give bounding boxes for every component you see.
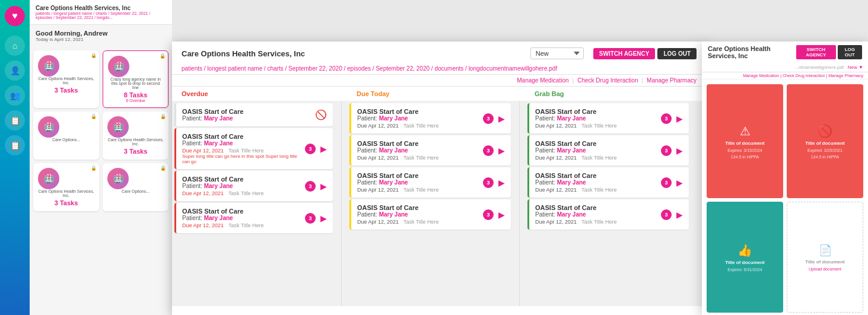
document-card-warning[interactable]: ⚠ Title of document Expires: 3/15/2024 1… <box>707 84 783 198</box>
lock-icon-4: 🔒 <box>160 114 166 119</box>
task-card[interactable]: OASIS Start of Care Patient: Mary Jane D… <box>349 103 511 133</box>
task-patient: Patient: Mary Jane <box>535 147 661 154</box>
task-badge: 3 <box>305 181 316 192</box>
task-patient: Patient: Mary Jane <box>357 147 483 154</box>
mobile-date: Today is April 12, 2021 <box>36 37 166 42</box>
task-badge: 3 <box>305 144 316 154</box>
task-card[interactable]: OASIS Start of Care Patient: Mary Jane D… <box>527 199 689 230</box>
sidebar-heart-icon[interactable]: ♥ <box>5 6 25 26</box>
task-card-right: 3 ▶ <box>483 177 505 188</box>
task-arrow-icon[interactable]: ▶ <box>320 144 327 154</box>
task-card[interactable]: OASIS Start of Care Patient: Mary Jane 🚫 <box>174 103 333 126</box>
mobile-card-5[interactable]: 🔒 🏥 Care Options Health Services, Inc. 3… <box>33 163 99 211</box>
task-meta: Due Apr 12, 2021 Task Title Here <box>535 219 661 225</box>
task-arrow-icon[interactable]: ▶ <box>498 146 505 155</box>
sidebar-group-icon[interactable]: 👥 <box>5 85 25 106</box>
mobile-card-4[interactable]: 🔒 🏥 Care Options Health Services, Inc. 3… <box>103 112 168 160</box>
task-card[interactable]: OASIS Start of Care Patient: Mary Jane D… <box>527 103 689 133</box>
task-arrow-icon[interactable]: ▶ <box>676 210 683 219</box>
task-card[interactable]: OASIS Start of Care Patient: Mary Jane D… <box>349 199 511 230</box>
document-card-upload[interactable]: 📄 Title of document Upload document <box>787 202 863 313</box>
task-card[interactable]: OASIS Start of Care Patient: Mary Jane D… <box>174 171 333 201</box>
task-arrow-icon[interactable]: ▶ <box>676 146 683 155</box>
task-arrow-icon[interactable]: ▶ <box>320 214 327 223</box>
task-arrow-icon[interactable]: ▶ <box>320 182 327 191</box>
sidebar-user-icon[interactable]: 👤 <box>5 61 25 81</box>
task-arrow-icon[interactable]: ▶ <box>498 210 505 219</box>
task-card-content: OASIS Start of Care Patient: Mary Jane D… <box>535 108 661 129</box>
document-card-blocked[interactable]: 🚫 Title of document Expired: 3/25/2021 1… <box>787 84 863 198</box>
mobile-card-6[interactable]: 🔒 🏥 Care Options... <box>103 163 168 211</box>
task-meta: Due Apr 12, 2021 Task Title Here <box>182 190 305 196</box>
mobile-card-2[interactable]: 🔒 🏥 Crazy long agency name in this spot … <box>103 50 168 108</box>
card-label-5: Care Options Health Services, Inc. <box>38 189 94 198</box>
task-card[interactable]: OASIS Start of Care Patient: Mary Jane D… <box>527 135 689 166</box>
rp-breadcrumb: ...ntnamewillgohere.pdf <box>794 65 844 70</box>
task-due: Due Apr 12, 2021 <box>182 222 224 228</box>
task-arrow-icon[interactable]: ▶ <box>498 114 505 123</box>
blocked-icon: 🚫 <box>818 124 832 138</box>
document-card-approved[interactable]: 👍 Title of document Expires: 9/31/2024 <box>707 202 783 313</box>
mobile-card-area: Care Options Health Services, Inc patien… <box>30 0 172 315</box>
task-meta: Due Apr 12, 2021 Task Title Here <box>535 187 661 193</box>
manage-pharmacy-link[interactable]: Manage Pharmacy <box>647 77 697 84</box>
task-title: OASIS Start of Care <box>357 108 483 115</box>
task-due: Due Apr 12, 2021 <box>357 123 399 129</box>
task-badge: 3 <box>483 145 494 156</box>
doc-title-4: Title of document <box>805 259 845 265</box>
task-patient: Patient: Mary Jane <box>535 115 661 122</box>
task-name: Task Title Here <box>581 219 617 225</box>
main-header: Care Options Health Services, Inc New SW… <box>172 42 706 75</box>
task-card[interactable]: OASIS Start of Care Patient: Mary Jane D… <box>349 167 511 198</box>
task-card[interactable]: OASIS Start of Care Patient: Mary Jane D… <box>174 203 333 233</box>
task-badge: 3 <box>483 177 494 188</box>
task-badge: 3 <box>661 113 672 124</box>
avatar-6: 🏥 <box>107 168 129 189</box>
due-today-column: OASIS Start of Care Patient: Mary Jane D… <box>347 101 513 306</box>
task-arrow-icon[interactable]: ▶ <box>676 178 683 187</box>
avatar-5: 🏥 <box>38 168 59 189</box>
task-meta: Due Apr 12, 2021 Task Title Here <box>535 123 661 129</box>
task-due: Due Apr 12, 2021 <box>535 187 577 193</box>
lock-icon-6: 🔒 <box>160 166 166 171</box>
task-arrow-icon[interactable]: ▶ <box>498 178 505 187</box>
sidebar-chart-icon[interactable]: 📋 <box>5 110 25 131</box>
rp-logout-button[interactable]: LOG OUT <box>838 45 862 59</box>
rp-switch-agency-button[interactable]: SWITCH AGENCY <box>796 45 836 59</box>
avatar-3: 🏥 <box>38 116 59 138</box>
overdue-label-2: 6 Overdue <box>108 98 163 103</box>
header-top: Care Options Health Services, Inc New SW… <box>182 47 697 59</box>
task-card-right: 3 ▶ <box>661 177 683 188</box>
sidebar-admin-icon[interactable]: 📋 <box>5 135 25 155</box>
switch-agency-button[interactable]: SWITCH AGENCY <box>593 48 656 59</box>
sidebar-home-icon[interactable]: ⌂ <box>5 36 25 56</box>
task-card[interactable]: OASIS Start of Care Patient: Mary Jane D… <box>527 167 689 198</box>
sidebar-nav: ♥ ⌂ 👤 👥 📋 📋 <box>0 0 30 315</box>
task-card-content: OASIS Start of Care Patient: Mary Jane <box>182 108 315 122</box>
task-card-right: 🚫 <box>315 109 327 120</box>
task-badge: 3 <box>661 177 672 188</box>
manage-medication-link[interactable]: Manage Medication <box>517 77 568 84</box>
task-title: OASIS Start of Care <box>182 176 305 183</box>
task-arrow-icon[interactable]: ▶ <box>676 114 683 123</box>
grab-bag-column: OASIS Start of Care Patient: Mary Jane D… <box>525 101 691 306</box>
task-card[interactable]: OASIS Start of Care Patient: Mary Jane D… <box>174 128 333 169</box>
upload-label[interactable]: Upload document <box>809 267 841 271</box>
new-select[interactable]: New <box>530 47 584 59</box>
task-name: Task Title Here <box>228 190 264 196</box>
mobile-card-1[interactable]: 🔒 🏥 Care Options Health Services, Inc. 3… <box>33 50 99 108</box>
mobile-card-3[interactable]: 🔒 🏥 Care Options... <box>33 112 99 160</box>
divider-1 <box>341 101 342 306</box>
task-card-content: OASIS Start of Care Patient: Mary Jane D… <box>357 140 483 161</box>
task-meta: Due Apr 12, 2021 Task Title Here <box>182 222 305 228</box>
doc-size-2: 124.5 in HIPPA <box>811 155 839 159</box>
task-meta: Due Apr 12, 2021 Task Title Here <box>357 155 483 161</box>
task-card[interactable]: OASIS Start of Care Patient: Mary Jane D… <box>349 135 511 166</box>
logout-button[interactable]: LOG OUT <box>657 48 697 59</box>
task-card-right: 3 ▶ <box>661 145 683 156</box>
card-label-2: Crazy long agency name in this spot to d… <box>108 77 163 90</box>
rp-manage-bar: Manage Medication | Check Drug Interacti… <box>702 72 868 79</box>
check-drug-link[interactable]: Check Drug Interaction <box>577 77 638 84</box>
task-due: Due Apr 12, 2021 <box>357 219 399 225</box>
task-badge: 3 <box>305 213 316 224</box>
